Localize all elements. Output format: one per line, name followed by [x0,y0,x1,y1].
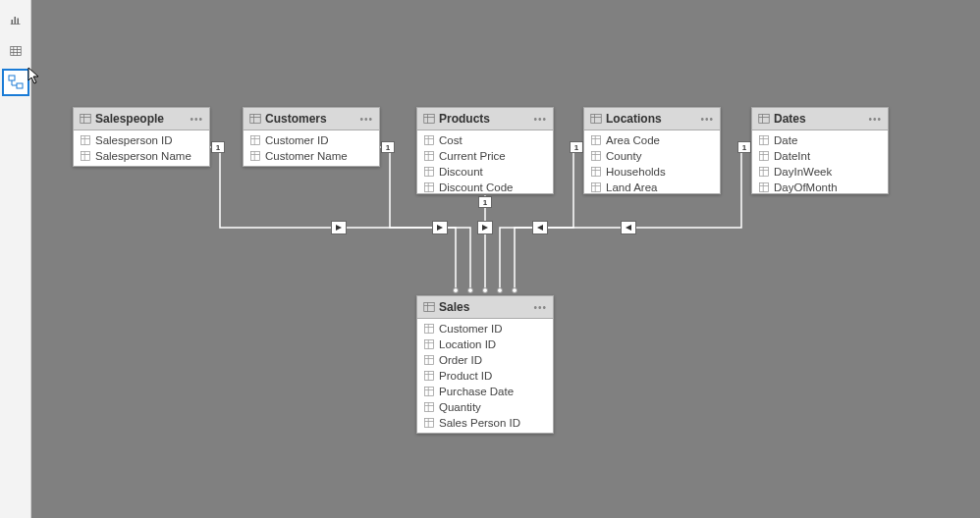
field-label: Purchase Date [439,386,514,397]
column-icon [590,166,602,178]
field-row[interactable]: Quantity [417,399,553,415]
field-row[interactable]: Households [584,164,720,180]
table-customers[interactable]: Customers ••• Customer ID Customer Name [243,107,380,167]
svg-rect-94 [425,403,434,412]
field-row[interactable]: Purchase Date [417,384,553,399]
svg-rect-4 [10,47,21,56]
field-row[interactable]: Date [752,132,888,148]
column-icon [423,166,435,178]
table-header[interactable]: Salespeople ••• [74,108,209,130]
field-label: County [606,150,641,162]
table-title: Customers [265,112,359,126]
svg-rect-37 [425,152,434,161]
svg-rect-1 [14,17,16,25]
svg-rect-91 [425,388,434,396]
field-row[interactable]: Salesperson Name [74,148,209,164]
cardinality-one-customers: 1 [381,141,395,153]
svg-rect-40 [425,168,434,177]
table-dates[interactable]: Dates ••• Date DateInt DayInWeek DayOfMo… [751,107,889,194]
model-canvas[interactable]: 1 1 1 1 1 Salespeople ••• Salesperson ID… [31,0,980,518]
svg-rect-2 [17,19,19,25]
field-row[interactable]: Current Price [417,148,553,164]
svg-rect-73 [760,183,769,192]
field-label: Salesperson ID [95,134,173,146]
field-label: Customer ID [439,323,503,335]
svg-rect-79 [425,325,434,334]
filter-arrow-products [477,221,493,234]
nav-model-view[interactable] [2,69,29,96]
svg-rect-13 [81,115,91,124]
field-row[interactable]: Order ID [417,352,553,368]
column-icon [423,370,435,382]
field-list: Area Code County Households Land Area [584,130,720,194]
field-row[interactable]: County [584,148,720,164]
field-row[interactable]: Discount [417,164,553,180]
column-icon [423,150,435,162]
filter-arrow-salespeople [331,221,347,234]
field-label: Quantity [439,401,481,413]
field-row[interactable]: Customer ID [417,321,553,337]
field-row[interactable]: Cost [417,132,553,148]
field-row[interactable]: Land Area [584,180,720,194]
table-menu-button[interactable]: ••• [190,114,203,125]
cardinality-one-locations: 1 [570,141,583,153]
field-row[interactable]: Salesperson ID [74,132,209,148]
svg-rect-76 [424,303,435,312]
field-label: Salesperson Name [95,150,191,162]
column-icon [758,134,770,146]
field-label: Order ID [439,354,482,366]
svg-rect-49 [592,136,601,145]
table-header[interactable]: Sales ••• [417,296,553,319]
table-menu-button[interactable]: ••• [533,302,547,313]
column-icon [758,181,770,193]
table-menu-button[interactable]: ••• [868,114,882,125]
table-header[interactable]: Dates ••• [752,108,888,130]
column-icon [80,150,91,162]
table-header[interactable]: Products ••• [417,108,553,130]
arrow-right-icon [436,224,444,232]
bar-chart-icon [10,14,22,26]
table-sales[interactable]: Sales ••• Customer ID Location ID Order … [416,295,554,434]
column-icon [423,338,435,350]
svg-rect-70 [760,168,769,177]
nav-report-view[interactable] [2,6,29,33]
table-title: Dates [774,112,868,126]
field-row[interactable]: DayInWeek [752,164,888,180]
field-row[interactable]: Discount Code [417,180,553,194]
field-row[interactable]: Customer Name [244,148,379,164]
table-icon [423,113,435,125]
column-icon [423,401,435,413]
column-icon [590,181,602,193]
cardinality-one-products: 1 [478,196,492,208]
svg-rect-9 [9,76,15,80]
svg-rect-82 [425,340,434,349]
field-row[interactable]: Location ID [417,337,553,352]
nav-data-view[interactable] [2,37,29,65]
table-menu-button[interactable]: ••• [533,114,547,125]
table-header[interactable]: Locations ••• [584,108,720,130]
table-menu-button[interactable]: ••• [700,114,714,125]
column-icon [758,150,770,162]
svg-rect-25 [251,136,260,145]
svg-rect-28 [251,152,260,161]
table-icon [590,113,602,125]
column-icon [423,354,435,366]
svg-rect-46 [591,115,602,124]
field-list: Cost Current Price Discount Discount Cod… [417,130,553,194]
field-row[interactable]: DateInt [752,148,888,164]
table-menu-button[interactable]: ••• [359,114,373,125]
field-row[interactable]: Sales Person ID [417,415,553,431]
table-salespeople[interactable]: Salespeople ••• Salesperson ID Salespers… [73,107,210,167]
field-row[interactable]: Product ID [417,368,553,384]
svg-rect-16 [82,136,90,145]
field-row[interactable]: DayOfMonth [752,180,888,194]
field-row[interactable]: Customer ID [244,132,379,148]
table-locations[interactable]: Locations ••• Area Code County Household… [583,107,721,194]
field-row[interactable]: Area Code [584,132,720,148]
table-header[interactable]: Customers ••• [244,108,379,130]
column-icon [423,134,435,146]
table-icon [80,113,91,125]
table-icon [423,301,435,313]
table-products[interactable]: Products ••• Cost Current Price Discount… [416,107,554,194]
svg-rect-55 [592,168,601,177]
